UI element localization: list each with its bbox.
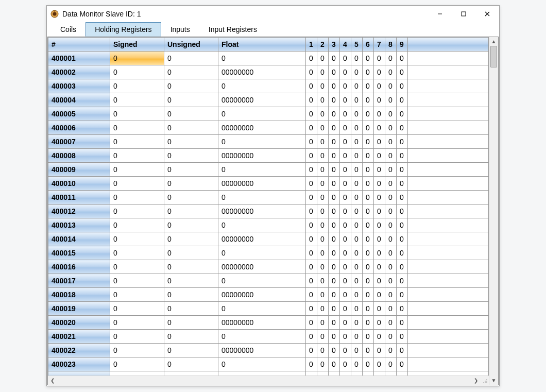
cell-bit[interactable]: 0 [329,121,340,135]
cell-bit[interactable]: 0 [397,107,408,121]
cell-bit[interactable]: 0 [351,52,363,65]
cell-signed[interactable]: 0 [110,357,164,371]
cell-bit[interactable]: 0 [374,357,385,371]
cell-bit[interactable]: 0 [351,163,363,177]
cell-bit[interactable]: 0 [397,357,408,371]
cell-bit[interactable]: 0 [374,204,385,218]
cell-float[interactable]: 0 [218,163,306,177]
close-button[interactable] [475,6,499,22]
cell-bit[interactable]: 0 [363,65,374,79]
cell-signed[interactable]: 0 [110,149,164,163]
cell-signed[interactable]: 0 [110,371,164,376]
cell-bit[interactable]: 0 [306,107,317,121]
cell-bit[interactable]: 0 [385,107,397,121]
cell-bit[interactable]: 0 [374,79,385,93]
cell-bit[interactable]: 0 [306,191,317,204]
cell-unsigned[interactable]: 0 [164,260,218,274]
cell-bit[interactable]: 0 [329,274,340,288]
column-header-bit-9[interactable]: 9 [397,38,408,52]
cell-bit[interactable]: 0 [317,357,329,371]
cell-bit[interactable]: 0 [374,107,385,121]
cell-bit[interactable]: 0 [317,344,329,357]
cell-bit[interactable]: 0 [340,107,351,121]
cell-bit[interactable]: 0 [306,52,317,65]
cell-float[interactable]: 00000000 [218,93,306,107]
cell-bit[interactable]: 0 [363,52,374,65]
tab-holding-registers[interactable]: Holding Registers [86,22,161,37]
row-address[interactable]: 400008 [48,149,110,163]
column-header-bit-6[interactable]: 6 [363,38,374,52]
cell-bit[interactable]: 0 [351,218,363,232]
cell-signed[interactable]: 0 [110,302,164,316]
scroll-right-icon[interactable]: ❯ [471,376,480,385]
cell-bit[interactable]: 0 [351,246,363,260]
cell-bit[interactable]: 0 [329,316,340,330]
cell-signed[interactable]: 0 [110,316,164,330]
row-address[interactable]: 400022 [48,344,110,357]
cell-bit[interactable]: 0 [385,274,397,288]
cell-signed[interactable]: 0 [110,135,164,149]
cell-bit[interactable]: 0 [329,65,340,79]
cell-bit[interactable]: 0 [351,149,363,163]
cell-float[interactable]: 00000000 [218,232,306,246]
cell-bit[interactable]: 0 [363,107,374,121]
cell-bit[interactable]: 0 [329,330,340,344]
cell-bit[interactable]: 0 [374,288,385,302]
cell-bit[interactable]: 0 [397,149,408,163]
scroll-left-icon[interactable]: ❮ [48,376,57,385]
cell-bit[interactable]: 0 [397,163,408,177]
row-address[interactable]: 400003 [48,79,110,93]
cell-unsigned[interactable]: 0 [164,107,218,121]
cell-signed[interactable]: 0 [110,163,164,177]
cell-bit[interactable]: 0 [340,232,351,246]
cell-bit[interactable]: 0 [317,204,329,218]
cell-bit[interactable]: 0 [363,288,374,302]
cell-bit[interactable]: 0 [385,246,397,260]
cell-bit[interactable]: 0 [340,52,351,65]
cell-bit[interactable]: 0 [329,218,340,232]
cell-bit[interactable]: 0 [363,316,374,330]
cell-bit[interactable]: 0 [385,177,397,191]
cell-bit[interactable]: 0 [317,177,329,191]
cell-float[interactable]: 0 [218,218,306,232]
cell-bit[interactable]: 0 [340,93,351,107]
cell-bit[interactable]: 0 [329,302,340,316]
cell-float[interactable]: 0 [218,191,306,204]
cell-bit[interactable]: 0 [397,177,408,191]
cell-unsigned[interactable]: 0 [164,330,218,344]
cell-bit[interactable]: 0 [329,135,340,149]
cell-bit[interactable]: 0 [397,121,408,135]
row-address[interactable]: 400010 [48,177,110,191]
cell-bit[interactable]: 0 [317,163,329,177]
cell-bit[interactable]: 0 [306,218,317,232]
cell-bit[interactable]: 0 [340,218,351,232]
cell-bit[interactable]: 0 [363,204,374,218]
cell-bit[interactable]: 0 [306,344,317,357]
cell-bit[interactable]: 0 [351,135,363,149]
cell-bit[interactable]: 0 [385,163,397,177]
cell-bit[interactable]: 0 [340,371,351,376]
cell-bit[interactable]: 0 [306,302,317,316]
cell-bit[interactable]: 0 [374,191,385,204]
cell-signed[interactable]: 0 [110,191,164,204]
cell-bit[interactable]: 0 [397,204,408,218]
tab-input-registers[interactable]: Input Registers [199,22,266,37]
cell-bit[interactable]: 0 [374,232,385,246]
row-address[interactable]: 400015 [48,246,110,260]
cell-bit[interactable]: 0 [385,191,397,204]
cell-unsigned[interactable]: 0 [164,163,218,177]
cell-bit[interactable]: 0 [306,371,317,376]
row-address[interactable]: 400023 [48,357,110,371]
cell-bit[interactable]: 0 [306,121,317,135]
cell-bit[interactable]: 0 [363,344,374,357]
cell-bit[interactable]: 0 [385,316,397,330]
cell-bit[interactable]: 0 [351,316,363,330]
cell-signed[interactable]: 0 [110,79,164,93]
cell-bit[interactable]: 0 [374,274,385,288]
cell-unsigned[interactable]: 0 [164,204,218,218]
cell-float[interactable]: 00000000 [218,149,306,163]
cell-signed[interactable]: 0 [110,260,164,274]
cell-bit[interactable]: 0 [340,177,351,191]
cell-bit[interactable]: 0 [351,79,363,93]
cell-bit[interactable]: 0 [397,93,408,107]
